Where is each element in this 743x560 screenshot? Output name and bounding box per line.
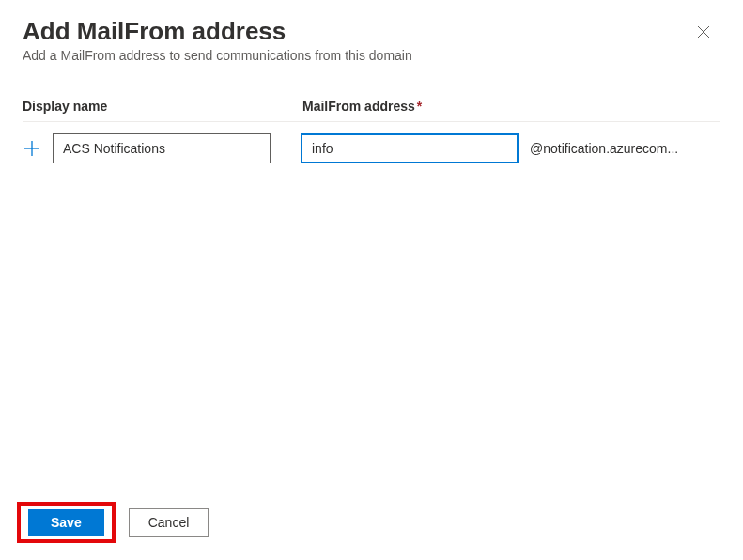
labels-row: Display name MailFrom address* xyxy=(23,99,720,114)
add-button[interactable] xyxy=(23,139,41,158)
domain-suffix: @notification.azurecom... xyxy=(530,141,678,156)
form-area: Display name MailFrom address* @notifica… xyxy=(0,72,743,163)
mailfrom-address-label: MailFrom address* xyxy=(302,99,422,114)
mailfrom-address-input[interactable] xyxy=(301,133,519,163)
close-icon xyxy=(696,24,711,39)
cancel-button[interactable]: Cancel xyxy=(129,508,209,537)
divider xyxy=(23,121,720,122)
display-name-input[interactable] xyxy=(53,133,271,163)
dialog-header: Add MailFrom address Add a MailFrom addr… xyxy=(0,0,743,72)
required-indicator: * xyxy=(417,99,422,114)
display-name-label: Display name xyxy=(23,99,302,114)
dialog-footer: Save Cancel xyxy=(17,502,209,543)
dialog-title: Add MailFrom address xyxy=(23,17,720,46)
inputs-row: @notification.azurecom... xyxy=(23,133,720,163)
close-button[interactable] xyxy=(694,23,713,41)
save-highlight: Save xyxy=(17,502,116,543)
plus-icon xyxy=(23,140,40,157)
dialog-subtitle: Add a MailFrom address to send communica… xyxy=(23,48,720,63)
save-button[interactable]: Save xyxy=(28,509,104,536)
